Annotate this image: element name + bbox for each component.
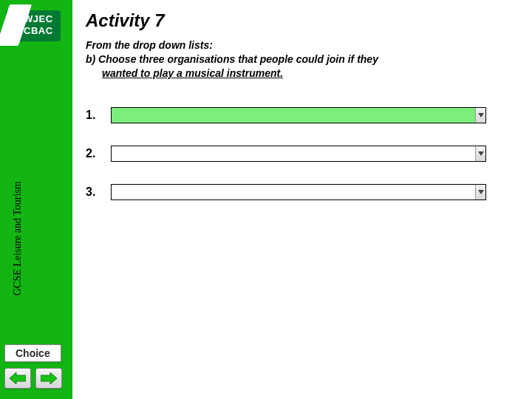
dropdown-value [112, 185, 475, 200]
course-vertical-label: GCSE Leisure and Tourism [12, 181, 24, 296]
prev-button[interactable] [4, 368, 31, 389]
dropdown-2[interactable] [111, 146, 486, 162]
instruction-line-1: From the drop down lists: [86, 38, 522, 52]
next-button[interactable] [35, 368, 62, 389]
question-row-3: 3. [86, 184, 522, 200]
choice-button[interactable]: Choice [4, 344, 61, 362]
svg-marker-1 [478, 151, 484, 156]
nav-arrows [4, 368, 86, 389]
question-number: 3. [86, 185, 111, 199]
dropdown-value [112, 108, 475, 123]
logo-text-line2: CBAC [24, 25, 53, 36]
chevron-down-icon[interactable] [475, 185, 485, 200]
svg-marker-4 [41, 372, 57, 384]
dropdown-value [112, 146, 475, 161]
chevron-down-icon[interactable] [475, 108, 485, 123]
question-number: 2. [86, 147, 111, 160]
svg-marker-3 [10, 372, 26, 384]
instruction-line-3: wanted to play a musical instrument. [86, 66, 522, 81]
logo-text-line1: WJEC [24, 13, 53, 24]
main-content: Activity 7 From the drop down lists: b) … [86, 10, 522, 222]
question-row-2: 2. [86, 146, 522, 162]
chevron-down-icon[interactable] [475, 146, 485, 161]
question-number: 1. [86, 109, 111, 122]
dropdown-3[interactable] [111, 184, 486, 200]
activity-instructions: From the drop down lists: b) Choose thre… [86, 38, 522, 81]
brand-logo: WJEC CBAC [6, 6, 66, 41]
activity-title: Activity 7 [86, 10, 522, 31]
bottom-nav: Choice [4, 344, 86, 389]
instruction-line-2: b) Choose three organisations that peopl… [86, 52, 522, 66]
question-row-1: 1. [86, 107, 522, 123]
dropdown-1[interactable] [111, 107, 486, 123]
svg-marker-2 [478, 190, 484, 194]
svg-marker-0 [478, 113, 484, 117]
arrow-right-icon [41, 372, 57, 384]
arrow-left-icon [10, 372, 26, 384]
sidebar: WJEC CBAC GCSE Leisure and Tourism [0, 0, 72, 399]
